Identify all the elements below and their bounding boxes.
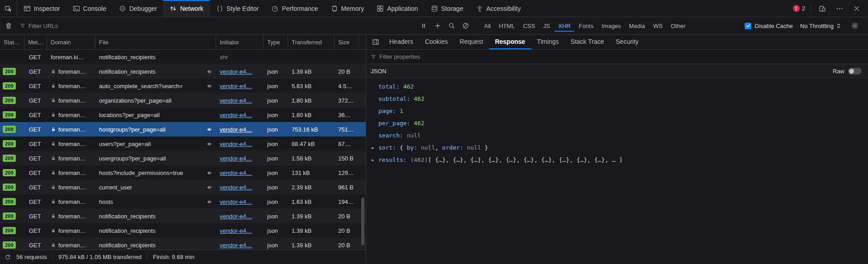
megaphone-icon [207,69,212,75]
status-cell: 200 [0,79,24,93]
filter-button-html[interactable]: HTML [495,20,518,32]
request-domain: foreman… [58,198,86,205]
request-row[interactable]: 200GETforeman…notification_recipientsven… [0,64,366,79]
column-header-initiator[interactable]: Initiator [216,35,264,49]
column-header-transferred[interactable]: Transferred [288,35,335,49]
column-header-size[interactable]: Size [335,35,359,49]
filter-urls-input[interactable]: Filter URLs [16,23,416,29]
tool-tab-debugger[interactable]: Debugger [113,0,164,17]
throttling-select[interactable]: No Throttling [800,23,842,29]
filter-button-all[interactable]: All [481,20,494,32]
tool-tab-performance[interactable]: Performance [265,0,324,17]
request-row[interactable]: 200GETforeman…notification_recipientsven… [0,209,366,223]
request-size: 36… [338,112,350,118]
request-blocking-button[interactable] [460,20,472,32]
expand-arrow-icon[interactable]: ▶ [372,146,378,150]
details-tab-stack-trace[interactable]: Stack Trace [565,35,610,49]
details-tab-response[interactable]: Response [489,35,531,49]
request-initiator[interactable]: vendor-e4… [220,126,252,133]
request-row[interactable]: 200GETforeman…users?per_page=allvendor-e… [0,137,366,151]
tool-tab-memory[interactable]: Memory [325,0,371,17]
request-file: notification_recipients [99,68,156,75]
error-count-button[interactable]: ! 2 [793,5,805,12]
request-row[interactable]: 200GETforeman…hostsvendor-e4…json1.63 kB… [0,194,366,209]
request-initiator[interactable]: vendor-e4… [220,68,252,75]
tool-tab-storage[interactable]: Storage [425,0,470,17]
request-initiator[interactable]: vendor-e4… [220,97,252,104]
column-header-stat[interactable]: Stat… [0,35,24,49]
tool-tab-application[interactable]: Application [370,0,425,17]
request-initiator[interactable]: vendor-e4… [220,112,252,118]
request-row[interactable]: 200GETforeman…current_uservendor-e4…json… [0,180,366,194]
request-initiator[interactable]: vendor-e4… [220,242,252,249]
filter-button-css[interactable]: CSS [519,20,539,32]
request-initiator[interactable]: vendor-e4… [220,198,252,205]
column-header-type[interactable]: Type [264,35,288,49]
json-property-sort[interactable]: ▶sort: { by: null, order: null } [366,141,868,154]
details-tab-timings[interactable]: Timings [531,35,565,49]
details-tab-headers[interactable]: Headers [383,35,419,49]
pick-element-button[interactable] [0,0,17,17]
filter-button-images[interactable]: Images [598,20,625,32]
tool-tab-console[interactable]: Console [66,0,113,17]
filter-button-ws[interactable]: WS [650,20,666,32]
request-row[interactable]: 200GETforeman…auto_complete_search?searc… [0,79,366,93]
requests-scrollbar[interactable] [361,198,364,245]
request-initiator[interactable]: vendor-e4… [220,170,252,176]
request-initiator[interactable]: vendor-e4… [220,213,252,220]
json-token: null [421,144,435,151]
disable-cache-checkbox[interactable]: Disable Cache [745,23,793,29]
devtools-tabbar-right: ! 2 [788,0,868,17]
request-row[interactable]: 200GETforeman…notification_recipientsven… [0,238,366,250]
toggle-panel-button[interactable] [368,35,383,49]
tool-tab-style-editor[interactable]: Style Editor [210,0,265,17]
devtools-menu-button[interactable] [834,3,845,14]
request-domain: foreman… [58,184,86,191]
request-row[interactable]: 200GETforeman…usergroups?per_page=allven… [0,151,366,165]
column-header-met[interactable]: Met… [24,35,47,49]
responsive-design-mode-button[interactable] [816,3,828,14]
size-cell: 4.5… [335,79,359,93]
request-row[interactable]: 200GETforeman…notification_recipientsven… [0,223,366,238]
request-transferred: 753.16 kB [292,126,318,133]
request-row[interactable]: 200GETforeman…hostgroups?per_page=allven… [0,122,366,137]
pause-recording-button[interactable] [418,20,429,32]
details-tab-security[interactable]: Security [610,35,645,49]
close-devtools-button[interactable] [851,3,863,14]
filter-button-other[interactable]: Other [667,20,689,32]
filter-button-xhr[interactable]: XHR [555,20,574,32]
search-button[interactable] [446,20,458,32]
network-settings-button[interactable] [849,20,861,32]
column-header-file[interactable]: File [95,35,216,49]
request-type: json [267,198,278,205]
column-header-domain[interactable]: Domain [47,35,95,49]
details-tab-request[interactable]: Request [454,35,489,49]
responsive-design-icon [819,5,826,12]
filter-button-fonts[interactable]: Fonts [575,20,597,32]
request-row[interactable]: GETforeman.ki…notification_recipientsxhr [0,50,366,64]
clear-requests-button[interactable] [3,20,14,32]
request-row[interactable]: 200GETforeman…organizations?per_page=all… [0,93,366,108]
filter-button-js[interactable]: JS [540,20,554,32]
raw-label: Raw [833,68,844,75]
request-initiator[interactable]: vendor-e4… [220,83,252,90]
filter-button-media[interactable]: Media [625,20,648,32]
filter-properties-input[interactable]: Filter properties [366,50,868,64]
details-tab-cookies[interactable]: Cookies [419,35,454,49]
json-property-results[interactable]: ▶results: (462)[ {…}, {…}, {…}, {…}, {…}… [366,154,868,166]
request-row[interactable]: 200GETforeman…locations?per_page=allvend… [0,108,366,122]
request-row[interactable]: 200GETforeman…hosts?include_permissions=… [0,165,366,180]
tool-tab-accessibility[interactable]: Accessibility [470,0,527,17]
transferred-cell: 1.39 kB [288,209,335,223]
new-request-button[interactable] [432,20,443,32]
details-tab-list: HeadersCookiesRequestResponseTimingsStac… [383,35,645,49]
tool-tab-network[interactable]: Network [163,0,209,17]
tool-tab-inspector[interactable]: Inspector [17,0,66,17]
request-initiator[interactable]: vendor-e4… [220,155,252,162]
request-type: json [267,126,278,133]
request-initiator[interactable]: vendor-e4… [220,141,252,147]
raw-toggle[interactable] [848,68,862,75]
expand-arrow-icon[interactable]: ▶ [372,158,378,162]
request-initiator[interactable]: vendor-e4… [220,227,252,234]
request-initiator[interactable]: vendor-e4… [220,184,252,191]
